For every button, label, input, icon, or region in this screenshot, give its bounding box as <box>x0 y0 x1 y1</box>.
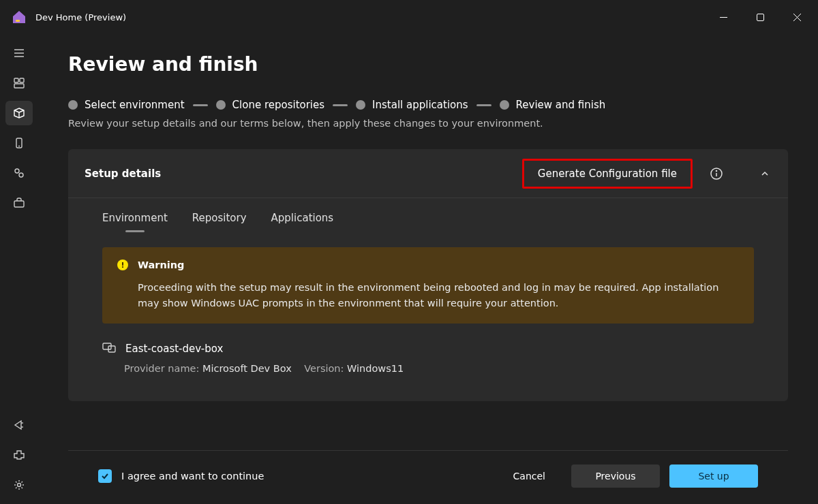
sidebar-item-toolbox[interactable] <box>5 191 33 215</box>
tab-applications[interactable]: Applications <box>271 212 334 230</box>
sidebar-item-device[interactable] <box>5 131 33 155</box>
step-label: Review and finish <box>516 99 606 111</box>
svg-point-18 <box>19 173 23 177</box>
window-controls <box>708 6 813 28</box>
version-value: Windows11 <box>347 363 404 374</box>
step-clone-repositories[interactable]: Clone repositories <box>216 99 325 111</box>
hamburger-menu-button[interactable] <box>5 41 33 65</box>
close-button[interactable] <box>781 6 813 28</box>
setup-button[interactable]: Set up <box>669 464 758 488</box>
step-dot-icon <box>356 100 365 110</box>
step-review-finish[interactable]: Review and finish <box>500 99 606 111</box>
content: Review and finish Select environment Clo… <box>38 34 818 504</box>
svg-point-17 <box>15 169 19 173</box>
step-dot-icon <box>68 100 78 110</box>
warning-box: ! Warning Proceeding with the setup may … <box>102 247 754 324</box>
page-title: Review and finish <box>68 53 788 76</box>
step-connector <box>333 104 348 106</box>
agree-label: I agree and want to continue <box>121 471 487 482</box>
step-label: Select environment <box>85 99 185 111</box>
environment-name: East-coast-dev-box <box>125 343 223 355</box>
svg-rect-19 <box>14 201 24 207</box>
maximize-button[interactable] <box>744 6 776 28</box>
step-dot-icon <box>216 100 226 110</box>
setup-details-panel: Setup details Generate Configuration fil… <box>68 149 788 401</box>
panel-header[interactable]: Setup details Generate Configuration fil… <box>68 149 788 198</box>
svg-rect-10 <box>14 84 24 88</box>
environment-row: East-coast-dev-box <box>102 341 754 356</box>
devbox-icon <box>102 341 116 356</box>
svg-rect-8 <box>14 78 18 82</box>
info-icon[interactable] <box>709 166 724 181</box>
sidebar-item-machine-config[interactable] <box>5 101 33 125</box>
svg-point-22 <box>18 484 21 487</box>
panel-title: Setup details <box>85 168 522 180</box>
previous-button[interactable]: Previous <box>571 464 660 488</box>
warning-text: Proceeding with the setup may result in … <box>117 280 739 311</box>
version-label: Version: <box>304 363 344 374</box>
svg-point-25 <box>716 170 717 171</box>
step-select-environment[interactable]: Select environment <box>68 99 185 111</box>
tabs: Environment Repository Applications <box>102 212 754 230</box>
svg-rect-0 <box>16 20 20 22</box>
step-label: Install applications <box>372 99 468 111</box>
step-connector <box>193 104 208 106</box>
svg-rect-9 <box>20 78 24 82</box>
sidebar-item-dashboard[interactable] <box>5 71 33 95</box>
page-subtitle: Review your setup details and our terms … <box>68 118 788 129</box>
warning-icon: ! <box>117 259 128 270</box>
sidebar-item-extensions[interactable] <box>5 443 33 467</box>
svg-rect-2 <box>757 14 763 20</box>
chevron-up-icon[interactable] <box>758 167 772 180</box>
svg-line-12 <box>14 110 19 112</box>
app-logo-icon <box>11 9 27 25</box>
provider-label: Provider name: <box>124 363 199 374</box>
step-label: Clone repositories <box>232 99 325 111</box>
footer: I agree and want to continue Cancel Prev… <box>68 450 788 504</box>
stepper: Select environment Clone repositories In… <box>68 99 788 111</box>
title-bar: Dev Home (Preview) <box>0 0 818 34</box>
step-install-applications[interactable]: Install applications <box>356 99 468 111</box>
tab-environment[interactable]: Environment <box>102 212 168 230</box>
sidebar-item-utilities[interactable] <box>5 161 33 185</box>
warning-title: Warning <box>138 259 184 270</box>
cancel-button[interactable]: Cancel <box>497 464 562 488</box>
tab-repository[interactable]: Repository <box>192 212 247 230</box>
sidebar-item-settings[interactable] <box>5 473 33 497</box>
sidebar <box>0 34 38 504</box>
environment-meta: Provider name: Microsoft Dev Box Version… <box>102 363 754 374</box>
app-title: Dev Home (Preview) <box>35 12 708 22</box>
provider-value: Microsoft Dev Box <box>202 363 292 374</box>
agree-checkbox[interactable] <box>98 469 112 483</box>
svg-line-13 <box>19 110 24 112</box>
panel-body: Environment Repository Applications ! Wa… <box>68 198 788 401</box>
generate-config-button[interactable]: Generate Configuration file <box>522 159 693 189</box>
step-dot-icon <box>500 100 509 110</box>
sidebar-item-feedback[interactable] <box>5 413 33 437</box>
step-connector <box>476 104 491 106</box>
minimize-button[interactable] <box>708 6 739 28</box>
